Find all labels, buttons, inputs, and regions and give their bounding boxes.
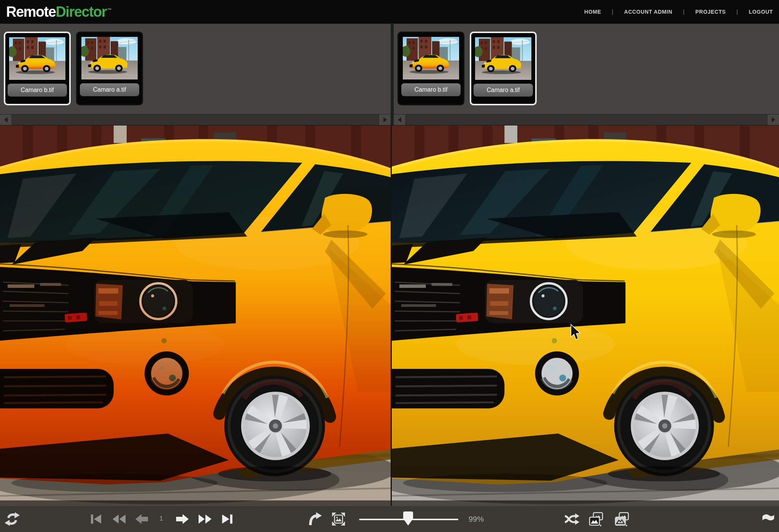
logo-trademark: ™: [107, 7, 112, 13]
zoom-slider-thumb[interactable]: [403, 511, 413, 526]
nav-account-admin[interactable]: ACCOUNT ADMIN: [624, 9, 672, 15]
nav-separator: |: [736, 9, 738, 15]
arrow-right-icon: [383, 117, 387, 122]
zoom-slider: [359, 506, 458, 532]
scrollbar-track[interactable]: [11, 114, 379, 125]
thumbnail-filename: Camaro b.tif: [401, 83, 461, 96]
scroll-right-button[interactable]: [768, 114, 779, 125]
scroll-left-button[interactable]: [0, 114, 11, 125]
camaro-photo-warm: [0, 125, 391, 506]
right-panel: Camaro b.tif Camaro a.tif: [391, 24, 779, 506]
nav-home[interactable]: HOME: [584, 9, 601, 15]
arrow-left-icon: [4, 117, 8, 122]
arrow-right-icon: [772, 117, 775, 122]
nav-separator: |: [612, 9, 613, 15]
thumbnail-image: [81, 37, 138, 79]
first-page-icon: [88, 511, 103, 527]
thumbnail-camaro-a-right[interactable]: Camaro a.tif: [470, 32, 537, 105]
logo-remote: Remote: [6, 4, 56, 20]
redo-arrow-icon: [307, 511, 322, 527]
left-proof-image[interactable]: [0, 125, 391, 506]
compare-workspace: Camaro b.tif Camaro a.tif: [0, 24, 779, 506]
arrow-left-icon: [398, 117, 401, 122]
fast-forward-button[interactable]: [197, 511, 214, 527]
fit-image-icon: [331, 511, 346, 527]
gallery-images-button[interactable]: [614, 511, 630, 527]
thumbnail-camaro-b-right[interactable]: Camaro b.tif: [397, 32, 464, 105]
scrollbar-track[interactable]: [405, 114, 768, 125]
camaro-photo: [392, 125, 779, 506]
rewind-icon: [111, 511, 126, 527]
swap-shuffle-icon: [564, 511, 579, 527]
last-page-button[interactable]: [219, 511, 236, 527]
top-bar: RemoteDirector™ HOME | ACCOUNT ADMIN | P…: [0, 0, 779, 24]
viewer-toolbar: 1: [0, 506, 779, 532]
app-logo: RemoteDirector™: [6, 4, 112, 20]
right-thumbnail-scrollbar: [391, 114, 779, 125]
swap-images-button[interactable]: [563, 511, 580, 527]
previous-image-button[interactable]: [133, 511, 150, 527]
page-number: 1: [157, 515, 166, 522]
right-proof-image[interactable]: [391, 125, 779, 506]
last-page-icon: [220, 511, 235, 527]
nav-separator: |: [683, 9, 685, 15]
refresh-icon: [5, 511, 20, 527]
redo-annotation-button[interactable]: [306, 511, 323, 527]
nav-projects[interactable]: PROJECTS: [695, 9, 726, 15]
thumbnail-image: [475, 37, 531, 80]
thumbnail-camaro-b-left[interactable]: Camaro b.tif: [4, 32, 71, 105]
thumbnail-image: [9, 37, 65, 80]
nav-logout[interactable]: LOGOUT: [749, 9, 773, 15]
thumbnail-camaro-a-left[interactable]: Camaro a.tif: [76, 32, 143, 105]
next-arrow-icon: [175, 511, 190, 527]
gallery-images-icon: [614, 511, 630, 527]
flag-button[interactable]: [759, 511, 776, 527]
left-thumbnail-scrollbar: [0, 114, 391, 125]
thumbnail-filename: Camaro a.tif: [80, 83, 139, 96]
right-thumbnail-strip: Camaro b.tif Camaro a.tif: [391, 24, 779, 114]
zoom-level: 99%: [469, 515, 484, 524]
flag-icon: [760, 511, 775, 527]
remote-director-app: RemoteDirector™ HOME | ACCOUNT ADMIN | P…: [0, 0, 779, 532]
next-image-button[interactable]: [174, 511, 191, 527]
scroll-left-button[interactable]: [394, 114, 405, 125]
main-nav: HOME | ACCOUNT ADMIN | PROJECTS | LOGOUT: [584, 9, 773, 15]
logo-director: Director: [56, 4, 107, 20]
left-panel: Camaro b.tif Camaro a.tif: [0, 24, 391, 506]
previous-arrow-icon: [134, 511, 149, 527]
scroll-right-button[interactable]: [379, 114, 391, 125]
compare-images-button[interactable]: [588, 511, 604, 527]
left-thumbnail-strip: Camaro b.tif Camaro a.tif: [0, 24, 391, 114]
compare-images-icon: [588, 511, 604, 527]
thumbnail-filename: Camaro b.tif: [8, 84, 67, 97]
thumbnail-image: [403, 37, 459, 79]
thumbnail-filename: Camaro a.tif: [474, 84, 533, 97]
fit-image-button[interactable]: [330, 511, 347, 527]
first-page-button[interactable]: [87, 511, 104, 527]
fast-forward-icon: [198, 511, 213, 527]
refresh-button[interactable]: [4, 511, 21, 527]
rewind-button[interactable]: [110, 511, 127, 527]
